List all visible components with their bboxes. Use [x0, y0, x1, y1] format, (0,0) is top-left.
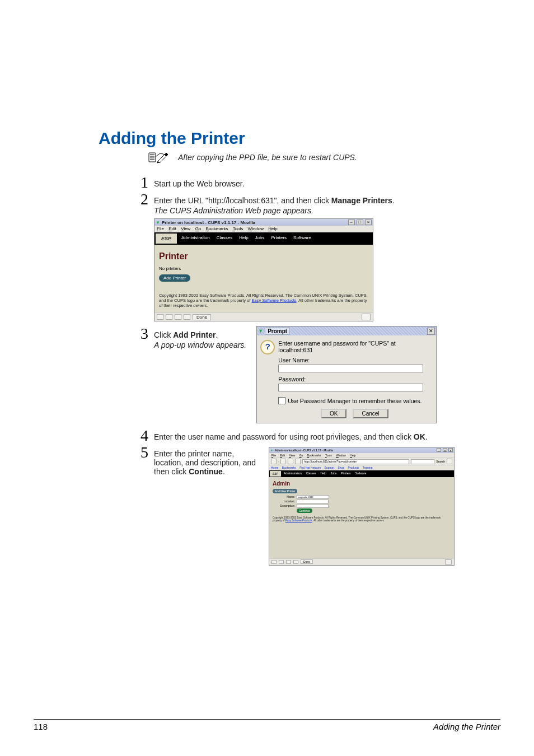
status-done: Done: [193, 314, 211, 320]
dialog-titlebar: ▼ Prompt ✕: [257, 326, 436, 335]
cups-nav: ESP Administration Classes Help Jobs Pri…: [154, 232, 373, 245]
step-number-4: 4: [132, 428, 148, 444]
note-text: After copying the PPD file, be sure to r…: [178, 153, 357, 162]
window-buttons-2: – □ ×: [436, 448, 453, 452]
dialog-close-icon: ✕: [427, 328, 435, 335]
password-input: [278, 384, 423, 391]
step-3-bold: Add Printer: [173, 330, 216, 339]
name-label: Name:: [273, 495, 295, 499]
dialog-menu-icon: ▼: [258, 328, 263, 334]
maximize-icon-2: □: [443, 448, 447, 452]
menu-go-2: Go: [299, 454, 303, 457]
bm-support: Support: [325, 466, 335, 469]
step-number-5: 5: [132, 445, 148, 476]
step-3-result: A pop-up window appears.: [154, 340, 246, 349]
window-title: Printer on localhost - CUPS v1.1.17 - Mo…: [162, 220, 348, 225]
reload-icon: [288, 459, 293, 464]
window-titlebar: ▼ Printer on localhost - CUPS v1.1.17 - …: [154, 219, 373, 226]
copyright-link: Easy Software Products: [252, 298, 297, 303]
svg-rect-0: [149, 153, 156, 162]
status-icon-3: [175, 314, 181, 320]
cups-logo-2: ESP: [270, 471, 281, 477]
nav-jobs: Jobs: [252, 232, 268, 245]
window-buttons: – □ ×: [348, 220, 372, 225]
auth-prompt-dialog: ▼ Prompt ✕ ? Enter username and password…: [256, 326, 437, 423]
continue-button: Continue: [297, 508, 312, 513]
question-icon: ?: [260, 340, 275, 354]
nav-printers: Printers: [268, 232, 291, 245]
step-4-part-b: .: [425, 432, 428, 441]
step-3-text: Click Add Printer. A pop-up window appea…: [154, 326, 246, 349]
status-icon-2b: [279, 560, 284, 564]
section-heading: Adding the Printer: [99, 129, 500, 148]
nav-jobs-2: Jobs: [329, 470, 339, 477]
close-icon: ×: [365, 220, 372, 225]
menu-go: Go: [195, 226, 202, 231]
minimize-icon: –: [348, 220, 355, 225]
step-4-bold: OK: [414, 432, 425, 441]
admin-heading: Admin: [273, 480, 451, 487]
menu-window-2: Window: [336, 454, 346, 457]
menu-tools-2: Tools: [325, 454, 332, 457]
bm-training: Training: [363, 466, 373, 469]
menu-bookmarks: Bookmarks: [206, 226, 228, 231]
dialog-cancel-button: Cancel: [353, 409, 388, 418]
menu-file: FFileile: [157, 226, 164, 231]
throbber-icon: [362, 314, 371, 320]
back-icon: [271, 459, 277, 464]
menu-edit-2: Edit: [280, 454, 285, 457]
step-number-3: 3: [132, 326, 148, 349]
nav-administration-2: Administration: [282, 470, 304, 477]
menu-help-2: Help: [350, 454, 355, 457]
print-icon: [447, 459, 452, 464]
nav-printers-2: Printers: [339, 470, 353, 477]
dialog-message: Enter username and password for "CUPS" a…: [278, 340, 430, 353]
page-footer: 118 Adding the Printer: [34, 719, 500, 731]
browser-menubar-2: File Edit View Go Bookmarks Tools Window…: [269, 453, 454, 458]
forward-icon: [280, 459, 286, 464]
cups-copyright: Copyright 1993-2002 Easy Software Produc…: [159, 293, 368, 308]
step-1-text: Start up the Web browser.: [154, 175, 500, 188]
bookmark-toolbar: Home Bookmarks Red Hat Network Support S…: [269, 465, 454, 470]
nav-administration: Administration: [178, 232, 213, 245]
username-label: User Name:: [278, 357, 430, 363]
window-menu-icon: ▼: [156, 220, 160, 225]
cups-page-heading: Printer: [159, 251, 368, 262]
toolbar-sep: ·: [278, 460, 279, 463]
browser-toolbar: · http://localhost:631/admin/?op=add-pri…: [269, 458, 454, 465]
step-2-part-a: Enter the URL "http://localhost:631", an…: [154, 196, 331, 205]
step-number-1: 1: [132, 175, 148, 190]
step-3-part-a: Click: [154, 330, 173, 339]
footer-title: Adding the Printer: [433, 722, 500, 731]
stop-icon: [295, 459, 301, 464]
url-box: http://localhost:631/admin/?op=add-print…: [302, 459, 409, 464]
status-icon-3b: [286, 560, 291, 564]
step-2-text: Enter the URL "http://localhost:631", an…: [154, 192, 500, 215]
browser-menubar: FFileile Edit View Go Bookmarks Tools Wi…: [154, 226, 373, 232]
status-icon-2: [166, 314, 172, 320]
bm-home: Home: [271, 466, 278, 469]
menu-help: Help: [268, 226, 277, 231]
description-input: [297, 504, 329, 508]
step-4-text: Enter the user name and password for usi…: [154, 428, 500, 441]
cups-nav-2: ESP Administration Classes Help Jobs Pri…: [269, 470, 454, 477]
nav-help: Help: [236, 232, 251, 245]
page-number: 118: [34, 722, 48, 731]
status-done-2: Done: [301, 559, 313, 564]
remember-checkbox: [278, 397, 285, 404]
password-label: Password:: [278, 376, 430, 382]
copyright-b-2: . All other trademarks are the property …: [312, 519, 385, 522]
copyright-link-2: Easy Software Products: [285, 519, 312, 522]
search-label: Search: [436, 460, 445, 463]
menu-view-2: View: [289, 454, 295, 457]
no-printers-text: No printers: [159, 266, 368, 271]
menu-edit: Edit: [168, 226, 176, 231]
status-icon-4: [184, 314, 190, 320]
maximize-icon: □: [357, 220, 363, 225]
location-label: Location:: [273, 500, 295, 503]
location-input: [297, 500, 329, 503]
status-icon-4b: [293, 560, 298, 564]
step-3-part-b: .: [216, 330, 218, 339]
step-4-part-a: Enter the user name and password for usi…: [154, 432, 414, 441]
browser-statusbar: Done: [154, 312, 373, 321]
